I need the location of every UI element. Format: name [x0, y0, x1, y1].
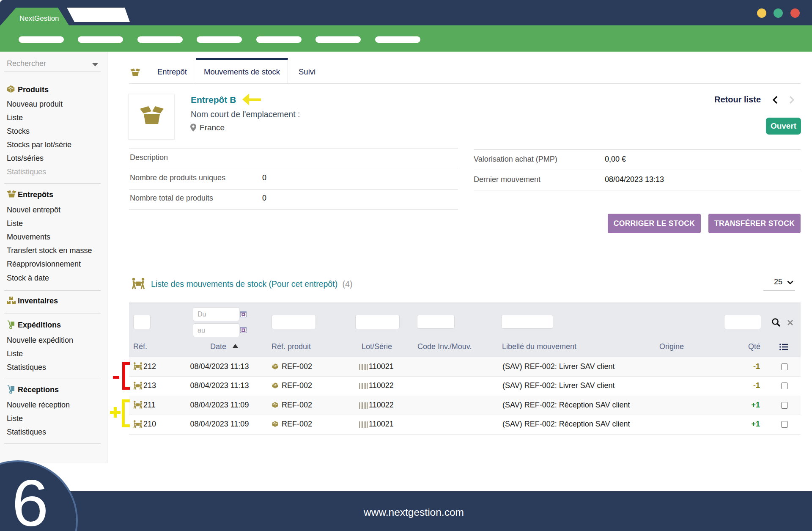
- svg-text:6: 6: [12, 466, 49, 531]
- svg-text:NextGestion: NextGestion: [19, 14, 59, 22]
